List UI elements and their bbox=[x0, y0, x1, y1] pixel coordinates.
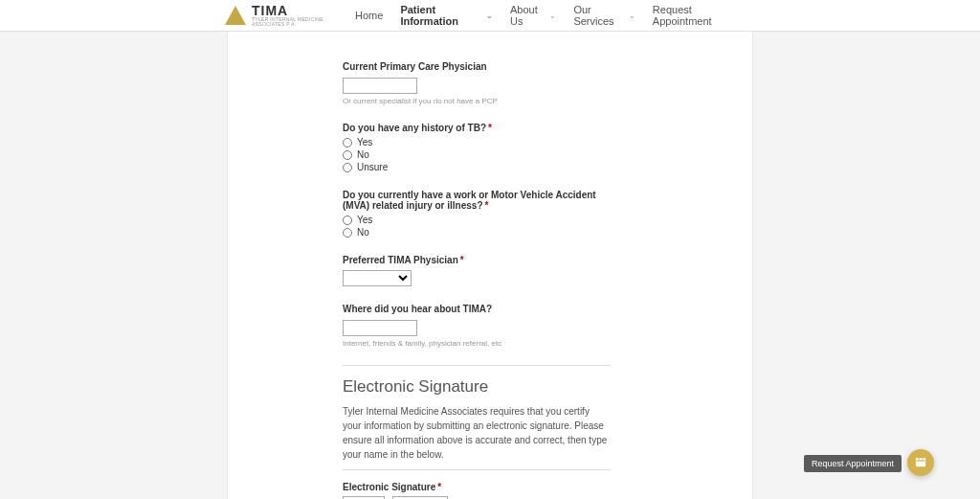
radio-input-tb-yes[interactable] bbox=[343, 138, 352, 147]
radio-mva-no[interactable]: No bbox=[343, 227, 611, 238]
divider bbox=[343, 469, 611, 470]
fab-tooltip: Request Appointment bbox=[804, 455, 902, 472]
field-hear-about: Where did you hear about TIMA? Internet,… bbox=[343, 304, 639, 348]
field-tb-history: Do you have any history of TB?* Yes No U… bbox=[343, 123, 639, 172]
label-primary-care: Current Primary Care Physician bbox=[343, 61, 639, 72]
request-appointment-fab[interactable] bbox=[907, 449, 934, 476]
nav-about-us[interactable]: About Us ⌄ bbox=[510, 4, 556, 27]
field-mva-injury: Do you currently have a work or Motor Ve… bbox=[343, 190, 611, 238]
site-header: TIMA TYLER INTERNAL MEDICINE ASSOCIATES … bbox=[0, 0, 980, 32]
radio-mva-yes[interactable]: Yes bbox=[343, 215, 611, 225]
logo-subtitle: TYLER INTERNAL MEDICINE ASSOCIATES P.A. bbox=[252, 17, 355, 27]
nav-home[interactable]: Home bbox=[355, 4, 383, 27]
label-hear-about: Where did you hear about TIMA? bbox=[343, 304, 639, 314]
section-desc-signature: Tyler Internal Medicine Associates requi… bbox=[343, 404, 611, 462]
select-preferred-physician[interactable] bbox=[343, 270, 412, 286]
chevron-down-icon: ⌄ bbox=[549, 11, 556, 20]
main-nav: Home Patient Information ⌄ About Us ⌄ Ou… bbox=[355, 4, 741, 27]
nav-request-appointment[interactable]: Request Appointment bbox=[653, 4, 741, 27]
helper-hear-about: Internet, friends & family, physician re… bbox=[343, 339, 639, 348]
field-primary-care-physician: Current Primary Care Physician Or curren… bbox=[343, 61, 639, 105]
required-indicator: * bbox=[488, 123, 492, 133]
label-preferred-physician: Preferred TIMA Physician* bbox=[343, 255, 639, 265]
nav-our-services[interactable]: Our Services ⌄ bbox=[573, 4, 635, 27]
radio-tb-unsure[interactable]: Unsure bbox=[343, 162, 639, 172]
required-indicator: * bbox=[460, 255, 464, 265]
chevron-down-icon: ⌄ bbox=[486, 11, 493, 20]
logo-text: TIMA TYLER INTERNAL MEDICINE ASSOCIATES … bbox=[252, 4, 355, 27]
radio-tb-no[interactable]: No bbox=[343, 149, 639, 160]
required-indicator: * bbox=[437, 482, 441, 492]
svg-rect-0 bbox=[917, 458, 925, 465]
field-preferred-physician: Preferred TIMA Physician* bbox=[343, 255, 639, 286]
logo-title: TIMA bbox=[252, 4, 355, 17]
input-hear-about[interactable] bbox=[343, 320, 417, 336]
triangle-logo-icon bbox=[225, 6, 246, 25]
radio-input-tb-unsure[interactable] bbox=[343, 163, 352, 172]
label-tb-history: Do you have any history of TB?* bbox=[343, 123, 639, 133]
required-indicator: * bbox=[485, 200, 489, 211]
label-mva: Do you currently have a work or Motor Ve… bbox=[343, 190, 611, 211]
radio-input-tb-no[interactable] bbox=[343, 150, 352, 160]
radio-input-mva-yes[interactable] bbox=[343, 215, 352, 225]
radio-input-mva-no[interactable] bbox=[343, 228, 352, 238]
radio-tb-yes[interactable]: Yes bbox=[343, 137, 639, 147]
divider bbox=[343, 365, 611, 366]
calendar-icon bbox=[915, 456, 926, 470]
logo[interactable]: TIMA TYLER INTERNAL MEDICINE ASSOCIATES … bbox=[225, 4, 355, 27]
helper-primary-care: Or current specialist if you do not have… bbox=[343, 97, 639, 105]
form-container: Current Primary Care Physician Or curren… bbox=[227, 23, 753, 499]
section-title-signature: Electronic Signature bbox=[343, 377, 639, 397]
input-primary-care-physician[interactable] bbox=[343, 78, 417, 94]
chevron-down-icon: ⌄ bbox=[629, 11, 635, 20]
field-electronic-signature: Electronic Signature* First Name Last Na… bbox=[343, 482, 639, 499]
nav-patient-information[interactable]: Patient Information ⌄ bbox=[400, 4, 493, 27]
label-signature: Electronic Signature* bbox=[343, 482, 639, 492]
